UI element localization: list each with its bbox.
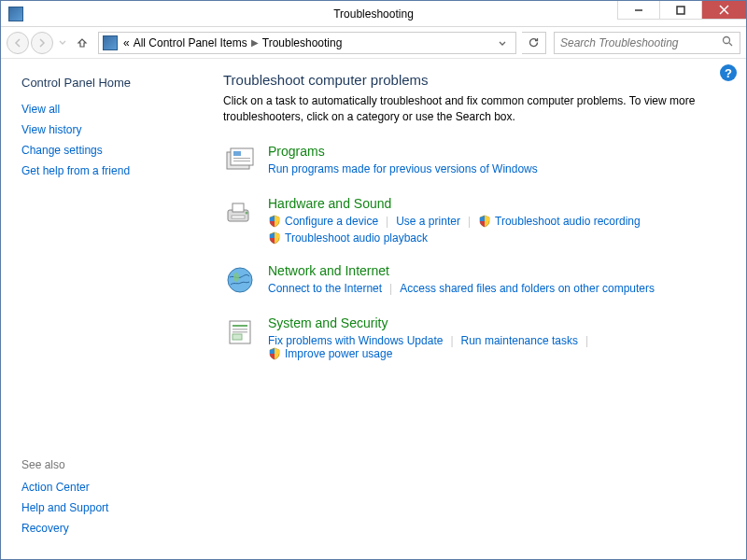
refresh-button[interactable] [522, 32, 546, 54]
task-separator: | [386, 215, 388, 228]
see-also-link-help-and-support[interactable]: Help and Support [21, 501, 108, 514]
sidebar-link-view-all[interactable]: View all [21, 103, 197, 116]
category-title[interactable]: System and Security [268, 315, 720, 330]
task-separator: | [450, 334, 453, 347]
up-button[interactable] [72, 33, 92, 53]
category-programs: ProgramsRun programs made for previous v… [223, 144, 720, 177]
task-label: Access shared files and folders on other… [400, 282, 655, 295]
task-link-configure-a-device[interactable]: Configure a device [268, 215, 378, 228]
category-system-and-security: System and SecurityFix problems with Win… [223, 315, 720, 360]
address-dropdown-icon[interactable] [493, 36, 512, 49]
task-label: Troubleshoot audio recording [495, 215, 641, 228]
breadcrumb-chevron-icon[interactable]: ▶ [251, 37, 259, 48]
task-label: Run programs made for previous versions … [268, 162, 538, 175]
task-list: Configure a device|Use a printer|Trouble… [268, 215, 720, 245]
location-icon [103, 35, 118, 50]
sidebar-link-get-help-from-a-friend[interactable]: Get help from a friend [21, 164, 197, 177]
task-separator: | [389, 282, 392, 295]
close-button[interactable] [701, 1, 746, 20]
category-hardware-and-sound: Hardware and SoundConfigure a device|Use… [223, 196, 720, 245]
task-link-use-a-printer[interactable]: Use a printer [396, 215, 460, 228]
svg-point-16 [233, 273, 239, 282]
window-title: Troubleshooting [333, 7, 414, 21]
task-label: Fix problems with Windows Update [268, 334, 443, 347]
breadcrumb-parent[interactable]: All Control Panel Items [134, 36, 247, 49]
category-icon [223, 144, 257, 177]
category-icon [223, 315, 257, 349]
sidebar: Control Panel Home View allView historyC… [1, 59, 206, 559]
see-also-label: See also [21, 458, 108, 471]
task-list: Run programs made for previous versions … [268, 162, 720, 175]
see-also-link-recovery[interactable]: Recovery [21, 522, 108, 535]
category-title[interactable]: Network and Internet [268, 263, 720, 278]
breadcrumb-current[interactable]: Troubleshooting [262, 36, 343, 49]
history-dropdown[interactable] [55, 32, 70, 54]
task-separator: | [585, 334, 588, 347]
see-also-section: See also Action CenterHelp and SupportRe… [21, 458, 108, 542]
task-label: Configure a device [285, 215, 378, 228]
sidebar-heading[interactable]: Control Panel Home [21, 76, 197, 90]
svg-rect-10 [233, 161, 250, 161]
task-list: Connect to the Internet|Access shared fi… [268, 282, 720, 295]
task-label: Run maintenance tasks [461, 334, 578, 347]
svg-rect-1 [677, 7, 684, 14]
svg-rect-12 [233, 203, 244, 212]
svg-rect-20 [233, 331, 247, 333]
task-label: Troubleshoot audio playback [285, 231, 428, 245]
task-link-fix-problems-with-windows-update[interactable]: Fix problems with Windows Update [268, 334, 443, 347]
svg-point-14 [246, 211, 248, 214]
category-title[interactable]: Hardware and Sound [268, 196, 720, 211]
task-separator: | [468, 215, 471, 228]
uac-shield-icon [268, 215, 281, 228]
task-link-run-programs-made-for-previous-versions-of-windows[interactable]: Run programs made for previous versions … [268, 162, 538, 175]
task-link-troubleshoot-audio-playback[interactable]: Troubleshoot audio playback [268, 231, 428, 245]
task-link-run-maintenance-tasks[interactable]: Run maintenance tasks [461, 334, 578, 347]
maximize-button[interactable] [659, 1, 701, 20]
svg-point-4 [724, 36, 730, 43]
sidebar-link-view-history[interactable]: View history [21, 123, 197, 136]
svg-rect-21 [233, 334, 242, 340]
task-link-improve-power-usage[interactable]: Improve power usage [268, 347, 392, 360]
page-title: Troubleshoot computer problems [223, 72, 720, 88]
titlebar: Troubleshooting [1, 1, 746, 27]
svg-rect-19 [233, 329, 247, 330]
task-label: Use a printer [396, 215, 460, 228]
svg-rect-18 [233, 325, 247, 327]
window-app-icon [8, 7, 23, 21]
uac-shield-icon [268, 231, 281, 245]
category-icon [223, 263, 257, 297]
forward-button[interactable] [31, 32, 53, 54]
task-link-access-shared-files-and-folders-on-other-computers[interactable]: Access shared files and folders on other… [400, 282, 655, 295]
window-controls [617, 1, 746, 20]
sidebar-link-change-settings[interactable]: Change settings [21, 144, 197, 157]
task-link-connect-to-the-internet[interactable]: Connect to the Internet [268, 282, 382, 295]
help-icon[interactable]: ? [720, 64, 737, 81]
back-button[interactable] [7, 32, 29, 54]
uac-shield-icon [268, 347, 281, 360]
uac-shield-icon [478, 215, 491, 228]
main-panel: ? Troubleshoot computer problems Click o… [206, 59, 746, 559]
address-bar[interactable]: « All Control Panel Items ▶ Troubleshoot… [98, 32, 516, 54]
minimize-button[interactable] [617, 1, 659, 20]
svg-rect-8 [233, 151, 241, 156]
see-also-link-action-center[interactable]: Action Center [21, 481, 108, 494]
search-input[interactable] [560, 36, 722, 49]
category-icon [223, 196, 257, 230]
task-link-troubleshoot-audio-recording[interactable]: Troubleshoot audio recording [478, 215, 641, 228]
svg-point-15 [228, 268, 252, 292]
breadcrumb-prefix: « [123, 36, 130, 49]
task-label: Connect to the Internet [268, 282, 382, 295]
category-title[interactable]: Programs [268, 144, 720, 159]
svg-line-5 [729, 43, 732, 46]
task-list: Fix problems with Windows Update|Run mai… [268, 334, 720, 360]
svg-rect-7 [231, 148, 253, 165]
svg-rect-13 [232, 216, 245, 218]
svg-rect-9 [233, 158, 250, 159]
category-network-and-internet: Network and InternetConnect to the Inter… [223, 263, 720, 297]
content-area: Control Panel Home View allView historyC… [1, 59, 746, 559]
navigation-bar: « All Control Panel Items ▶ Troubleshoot… [1, 27, 746, 59]
task-label: Improve power usage [285, 347, 392, 360]
search-icon[interactable] [722, 35, 734, 50]
search-box[interactable] [554, 32, 740, 54]
page-description: Click on a task to automatically trouble… [223, 93, 720, 125]
